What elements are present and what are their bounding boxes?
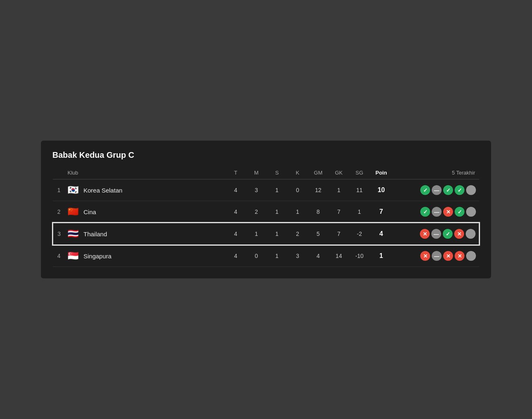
rank-cell: 2: [53, 201, 65, 223]
t-cell: 4: [225, 223, 246, 245]
standings-card: Babak Kedua Grup C Klub T M S K GM GK SG…: [41, 141, 491, 278]
m-cell: 1: [246, 223, 266, 245]
form-dot-3: ✕: [454, 229, 464, 239]
s-cell: 1: [267, 245, 287, 267]
poin-cell: 1: [370, 245, 392, 267]
col-header-terakhir: 5 Terakhir: [393, 166, 479, 179]
gk-cell: 1: [329, 179, 349, 201]
k-cell: 1: [287, 201, 308, 223]
form-dot-3: ✓: [455, 185, 464, 195]
club-cell: 🇸🇬Singapura: [65, 245, 225, 267]
s-cell: 1: [267, 179, 287, 201]
flag-china: 🇨🇳: [68, 207, 79, 216]
club-name: Cina: [83, 208, 96, 215]
flag-singapore: 🇸🇬: [68, 251, 79, 260]
t-cell: 4: [225, 179, 246, 201]
s-cell: 1: [267, 201, 287, 223]
sg-cell: -10: [349, 245, 370, 267]
club-name: Singapura: [83, 253, 111, 260]
club-cell: 🇰🇷Korea Selatan: [65, 179, 225, 201]
sg-cell: 1: [349, 201, 370, 223]
club-name: Korea Selatan: [83, 187, 122, 194]
form-dot-4: [466, 229, 476, 239]
m-cell: 3: [246, 179, 266, 201]
gm-cell: 4: [308, 245, 328, 267]
gk-cell: 7: [329, 223, 349, 245]
form-dot-1: —: [432, 207, 442, 217]
form-dot-3: ✓: [455, 207, 464, 217]
rank-cell: 3: [53, 223, 65, 245]
col-header-gk: GK: [329, 166, 349, 179]
form-dot-0: ✓: [420, 207, 430, 217]
form-dot-4: [466, 207, 476, 217]
table-row: 4🇸🇬Singapura4013414-101✕—✕✕: [53, 245, 479, 267]
form-dot-2: ✕: [443, 251, 453, 261]
poin-cell: 7: [370, 201, 392, 223]
table-row: 2🇨🇳Cina42118717✓—✕✓: [53, 201, 479, 223]
table-row: 1🇰🇷Korea Selatan43101211110✓—✓✓: [53, 179, 479, 201]
col-header-t: T: [225, 166, 246, 179]
standings-table: Klub T M S K GM GK SG Poin 5 Terakhir 1🇰…: [52, 166, 480, 267]
t-cell: 4: [225, 201, 246, 223]
form-dot-1: —: [432, 251, 442, 261]
form-cell: ✓—✕✓: [393, 201, 479, 223]
form-dot-2: ✓: [443, 229, 453, 239]
form-dot-2: ✕: [443, 207, 453, 217]
col-header-m: M: [246, 166, 266, 179]
flag-thailand: 🇹🇭: [68, 229, 79, 238]
gk-cell: 14: [329, 245, 349, 267]
club-cell: 🇨🇳Cina: [65, 201, 225, 223]
form-cell: ✕—✕✕: [393, 245, 479, 267]
gm-cell: 5: [308, 223, 328, 245]
form-cell: ✕—✓✕: [393, 223, 479, 245]
form-dot-2: ✓: [443, 185, 453, 195]
club-cell: 🇹🇭Thailand: [65, 223, 225, 245]
gm-cell: 12: [308, 179, 328, 201]
col-header-s: S: [267, 166, 287, 179]
s-cell: 1: [267, 223, 287, 245]
gk-cell: 7: [329, 201, 349, 223]
k-cell: 0: [287, 179, 308, 201]
col-header-gm: GM: [308, 166, 328, 179]
form-cell: ✓—✓✓: [393, 179, 479, 201]
sg-cell: -2: [349, 223, 370, 245]
col-header-klub: Klub: [65, 166, 225, 179]
rank-cell: 1: [53, 179, 65, 201]
col-header-sg: SG: [349, 166, 370, 179]
club-name: Thailand: [83, 231, 107, 238]
m-cell: 0: [246, 245, 266, 267]
sg-cell: 11: [349, 179, 370, 201]
form-dot-0: ✕: [420, 251, 430, 261]
form-dot-4: [466, 251, 476, 261]
m-cell: 2: [246, 201, 266, 223]
poin-cell: 10: [370, 179, 392, 201]
flag-korea: 🇰🇷: [68, 186, 79, 195]
form-dot-1: —: [432, 185, 442, 195]
poin-cell: 4: [370, 223, 392, 245]
col-header-poin: Poin: [370, 166, 392, 179]
table-row: 3🇹🇭Thailand411257-24✕—✓✕: [53, 223, 479, 245]
form-dot-0: ✕: [420, 229, 430, 239]
form-dot-0: ✓: [420, 185, 430, 195]
t-cell: 4: [225, 245, 246, 267]
rank-cell: 4: [53, 245, 65, 267]
k-cell: 3: [287, 245, 308, 267]
card-title: Babak Kedua Grup C: [52, 150, 480, 160]
form-dot-4: [466, 185, 476, 195]
col-header-rank: [53, 166, 65, 179]
gm-cell: 8: [308, 201, 328, 223]
form-dot-3: ✕: [455, 251, 464, 261]
form-dot-1: —: [431, 229, 441, 239]
col-header-k: K: [287, 166, 308, 179]
k-cell: 2: [287, 223, 308, 245]
